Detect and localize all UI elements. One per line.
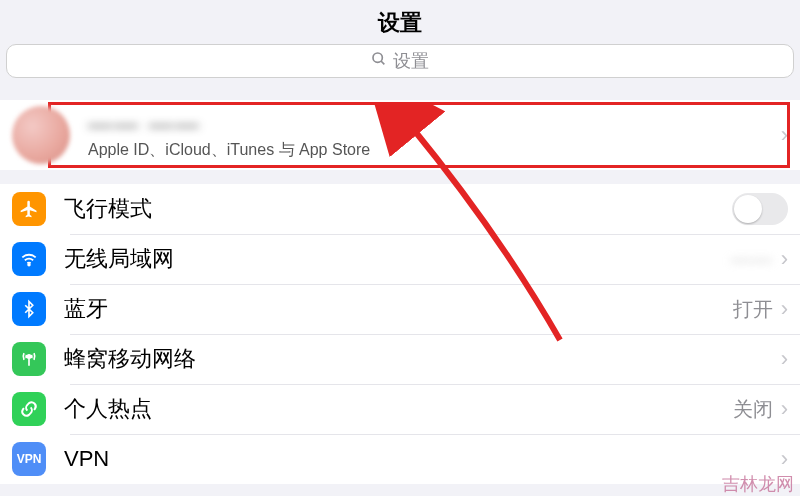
svg-point-0 xyxy=(373,53,382,62)
svg-point-3 xyxy=(27,355,30,358)
row-label: 飞行模式 xyxy=(64,194,732,224)
avatar xyxy=(12,106,70,164)
account-name: —— —— xyxy=(88,110,781,138)
wifi-icon xyxy=(12,242,46,276)
row-label: VPN xyxy=(64,446,781,472)
notifications-row[interactable]: 通知 xyxy=(0,496,800,500)
airplane-toggle[interactable] xyxy=(732,193,788,225)
wifi-row[interactable]: 无线局域网 —— › xyxy=(0,234,800,284)
airplane-mode-row[interactable]: 飞行模式 xyxy=(0,184,800,234)
search-placeholder: 设置 xyxy=(393,49,429,73)
apple-id-row[interactable]: —— —— Apple ID、iCloud、iTunes 与 App Store… xyxy=(0,100,800,170)
chevron-right-icon: › xyxy=(781,396,788,422)
system-group: 通知 xyxy=(0,496,800,500)
chevron-right-icon: › xyxy=(781,296,788,322)
chevron-right-icon: › xyxy=(781,346,788,372)
chevron-right-icon: › xyxy=(781,246,788,272)
cellular-row[interactable]: 蜂窝移动网络 › xyxy=(0,334,800,384)
chevron-right-icon: › xyxy=(781,446,788,472)
row-label: 个人热点 xyxy=(64,394,733,424)
svg-line-1 xyxy=(381,61,384,64)
chevron-right-icon: › xyxy=(781,122,788,148)
search-icon xyxy=(371,51,387,72)
row-label: 无线局域网 xyxy=(64,244,731,274)
search-container: 设置 xyxy=(0,44,800,86)
vpn-icon: VPN xyxy=(12,442,46,476)
search-input[interactable]: 设置 xyxy=(6,44,794,78)
airplane-icon xyxy=(12,192,46,226)
account-group: —— —— Apple ID、iCloud、iTunes 与 App Store… xyxy=(0,100,800,170)
antenna-icon xyxy=(12,342,46,376)
svg-point-2 xyxy=(28,264,30,266)
hotspot-row[interactable]: 个人热点 关闭 › xyxy=(0,384,800,434)
link-icon xyxy=(12,392,46,426)
vpn-row[interactable]: VPN VPN › xyxy=(0,434,800,484)
bluetooth-icon xyxy=(12,292,46,326)
account-subtitle: Apple ID、iCloud、iTunes 与 App Store xyxy=(88,140,781,161)
row-value: —— xyxy=(731,248,773,271)
bluetooth-row[interactable]: 蓝牙 打开 › xyxy=(0,284,800,334)
row-value: 关闭 xyxy=(733,396,773,423)
page-title: 设置 xyxy=(0,0,800,44)
row-label: 蜂窝移动网络 xyxy=(64,344,781,374)
connectivity-group: 飞行模式 无线局域网 —— › 蓝牙 打开 › 蜂窝移动网络 › 个人热点 关闭… xyxy=(0,184,800,484)
row-label: 蓝牙 xyxy=(64,294,733,324)
row-value: 打开 xyxy=(733,296,773,323)
